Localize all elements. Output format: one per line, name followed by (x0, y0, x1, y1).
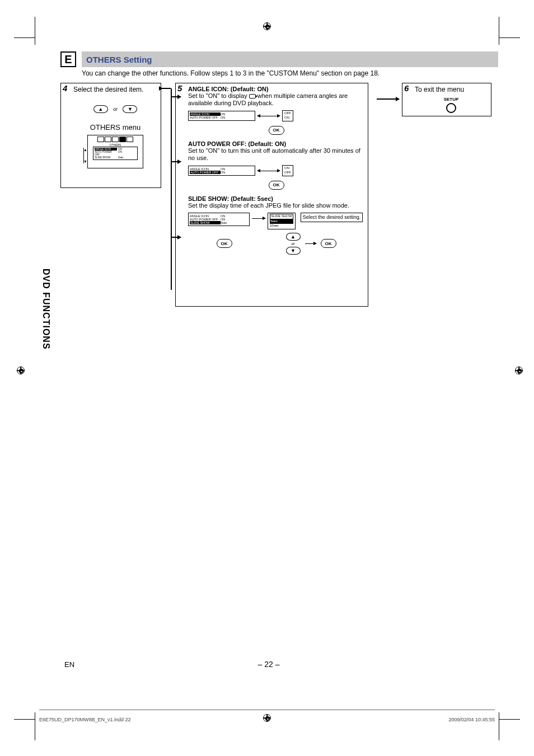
setup-button-icon (446, 103, 456, 113)
registration-mark-right (515, 367, 523, 377)
footer-file-info: E6E75UD_DP170MW8B_EN_v1.indd 22 (39, 717, 131, 722)
camera-angle-icon (249, 94, 256, 98)
trim-mark (14, 719, 35, 720)
section-title: OTHERS Setting (82, 51, 498, 67)
flow-arrow (377, 98, 399, 100)
auto-power-off-block: AUTO POWER OFF: (Default: ON) Set to "ON… (188, 140, 364, 190)
trim-mark (499, 37, 520, 38)
select-setting-label: Select the desired setting. (301, 213, 363, 222)
trim-mark (499, 17, 499, 45)
ok-button-icon: OK (217, 239, 232, 248)
registration-mark-left (17, 367, 25, 377)
trim-mark (499, 719, 520, 720)
trim-mark (14, 37, 35, 38)
footer-divider (39, 710, 495, 710)
setting-title: AUTO POWER OFF: (Default: ON) (188, 140, 364, 147)
up-button-icon: ▲ (286, 233, 301, 241)
ok-button-icon: OK (321, 239, 336, 248)
step-6-panel: 6 To exit the menu SETUP (402, 83, 491, 116)
ok-button-icon: OK (269, 181, 284, 190)
others-menu-title: OTHERS menu (73, 123, 157, 132)
or-label: or (113, 106, 118, 112)
menu-diagram: ANGLE ICONON AUTO POWER OFFON SLIDE SHOW… (188, 213, 250, 226)
step-number: 4 (63, 83, 67, 93)
setting-desc: Set to "ON" to turn this unit off automa… (188, 147, 364, 162)
down-button-icon: ▼ (286, 247, 301, 255)
slide-show-block: SLIDE SHOW: (Default: 5sec) Set the disp… (188, 195, 364, 255)
popup-options: SLIDE SHOW 5sec 10sec (268, 213, 296, 229)
up-button-icon: ▲ (93, 105, 108, 113)
others-menu-diagram: OTHERS ANGLE ICONON AUTO POWER OFFON SLI… (87, 135, 143, 168)
or-label: or (286, 242, 301, 246)
trim-mark (499, 712, 499, 740)
side-tab-label: DVD FUNCTIONS (41, 269, 51, 350)
step-5-panel: 5 ANGLE ICON: (Default: ON) Set to "ON" … (175, 83, 368, 307)
ok-button-icon: OK (269, 126, 284, 135)
footer-timestamp: 2009/02/04 10:45:55 (448, 717, 495, 722)
popup-options: OFF ON (282, 110, 293, 121)
menu-diagram: ANGLE ICONON AUTO POWER OFFON (188, 166, 255, 176)
trim-mark (35, 712, 35, 740)
page-language: EN (64, 660, 74, 669)
flow-connector (168, 83, 175, 307)
trim-mark (35, 17, 35, 45)
setup-button-label: SETUP (415, 97, 488, 102)
intro-text: You can change the other functions. Foll… (82, 69, 498, 77)
step-number: 6 (404, 83, 409, 93)
step-4-panel: 4 Select the desired item. ▲ or ▼ OTHERS… (60, 83, 161, 188)
step-4-text: Select the desired item. (73, 86, 143, 93)
angle-icon-block: ANGLE ICON: (Default: ON) Set to "ON" to… (188, 86, 364, 135)
menu-diagram: ANGLE ICONON AUTO POWER OFFON (188, 111, 255, 121)
page-number: – 22 – (258, 660, 280, 669)
popup-options: ON OFF (282, 165, 293, 176)
setting-title: SLIDE SHOW: (Default: 5sec) (188, 195, 364, 202)
setting-desc: Set to "ON" to display when multiple cam… (188, 92, 364, 107)
section-letter: E (60, 51, 76, 67)
setting-desc: Set the display time of each JPEG file f… (188, 202, 364, 209)
step-6-text: To exit the menu (415, 86, 464, 93)
setting-title: ANGLE ICON: (Default: ON) (188, 86, 364, 92)
step-number: 5 (177, 83, 182, 93)
down-button-icon: ▼ (123, 105, 137, 113)
